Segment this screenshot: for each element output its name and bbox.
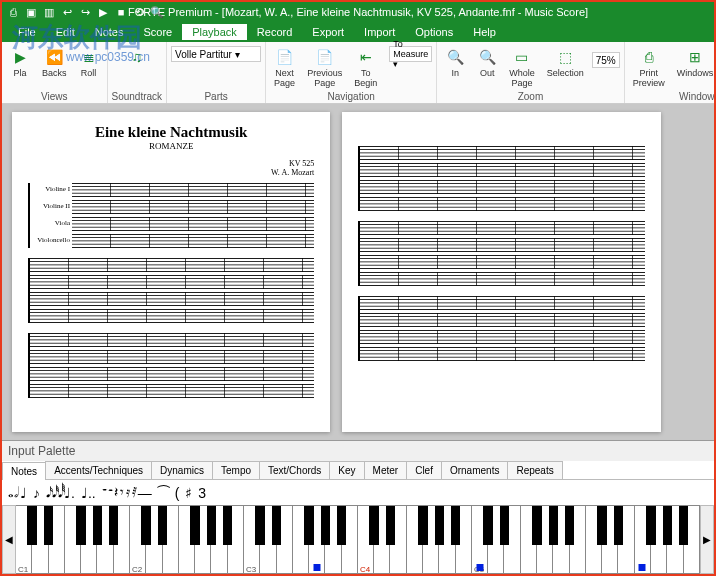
score-page-left[interactable]: Eine kleine Nachtmusik ROMANZE KV 525 W.… xyxy=(12,112,330,432)
note-glyph-19[interactable]: 3 xyxy=(198,485,206,501)
zoom-out[interactable]: 🔍Out xyxy=(473,46,501,81)
staff-system[interactable] xyxy=(358,221,644,286)
qat-icon-4[interactable]: ↪ xyxy=(78,5,92,19)
palette-tab-notes[interactable]: Notes xyxy=(2,462,46,480)
play-view[interactable]: ▶Pla xyxy=(6,46,34,81)
qat-icon-0[interactable]: ⎙ xyxy=(6,5,20,19)
black-key[interactable] xyxy=(109,506,119,545)
black-key[interactable] xyxy=(141,506,151,545)
black-key[interactable] xyxy=(679,506,689,545)
roll-view[interactable]: ≣Roll xyxy=(75,46,103,81)
staff[interactable]: Violine I xyxy=(72,183,314,197)
note-glyph-2[interactable]: ♩ xyxy=(20,485,27,501)
qat-icon-3[interactable]: ↩ xyxy=(60,5,74,19)
staff[interactable] xyxy=(30,384,314,398)
qat-icon-5[interactable]: ▶ xyxy=(96,5,110,19)
staff[interactable] xyxy=(360,330,644,344)
whole-page[interactable]: ▭WholePage xyxy=(505,46,539,91)
staff-system[interactable] xyxy=(28,333,314,398)
staff-system[interactable]: Violine IVioline IIViolaVioloncello xyxy=(28,183,314,248)
staff[interactable] xyxy=(360,255,644,269)
menu-record[interactable]: Record xyxy=(247,24,302,40)
qat-icon-1[interactable]: ▣ xyxy=(24,5,38,19)
black-key[interactable] xyxy=(255,506,265,545)
palette-tab-repeats[interactable]: Repeats xyxy=(507,461,562,479)
piano-scroll-right[interactable]: ▶ xyxy=(700,505,714,574)
note-glyph-7[interactable]: ♩. xyxy=(64,485,75,501)
black-key[interactable] xyxy=(272,506,282,545)
menu-export[interactable]: Export xyxy=(302,24,354,40)
staff[interactable] xyxy=(360,296,644,310)
staff[interactable] xyxy=(360,146,644,160)
black-key[interactable] xyxy=(369,506,379,545)
print-preview[interactable]: ⎙PrintPreview xyxy=(629,46,669,91)
menu-edit[interactable]: Edit xyxy=(46,24,85,40)
note-glyph-16[interactable]: ⁀ xyxy=(158,485,169,501)
staff[interactable] xyxy=(360,221,644,235)
staff[interactable]: Viola xyxy=(72,217,314,231)
staff[interactable] xyxy=(30,258,314,272)
staff-system[interactable] xyxy=(28,258,314,323)
black-key[interactable] xyxy=(500,506,510,545)
palette-tab-ornaments[interactable]: Ornaments xyxy=(441,461,508,479)
qat-icon-2[interactable]: ▥ xyxy=(42,5,56,19)
black-key[interactable] xyxy=(614,506,624,545)
staff[interactable] xyxy=(360,197,644,211)
staff[interactable] xyxy=(30,275,314,289)
staff[interactable] xyxy=(360,313,644,327)
black-key[interactable] xyxy=(337,506,347,545)
palette-tab-clef[interactable]: Clef xyxy=(406,461,442,479)
black-key[interactable] xyxy=(532,506,542,545)
black-key[interactable] xyxy=(321,506,331,545)
menu-file[interactable]: File xyxy=(8,24,46,40)
black-key[interactable] xyxy=(451,506,461,545)
black-key[interactable] xyxy=(435,506,445,545)
palette-tab-accents-techniques[interactable]: Accents/Techniques xyxy=(45,461,152,479)
soundtrack-btn[interactable]: ♫ xyxy=(123,46,151,71)
menu-import[interactable]: Import xyxy=(354,24,405,40)
black-key[interactable] xyxy=(27,506,37,545)
qat-icon-8[interactable]: 🔍 xyxy=(150,5,164,19)
black-key[interactable] xyxy=(158,506,168,545)
palette-tab-text-chords[interactable]: Text/Chords xyxy=(259,461,330,479)
next-page[interactable]: 📄NextPage xyxy=(270,46,299,91)
black-key[interactable] xyxy=(549,506,559,545)
to-begin[interactable]: ⇤ToBegin xyxy=(350,46,381,91)
staff[interactable] xyxy=(30,309,314,323)
staff[interactable] xyxy=(30,350,314,364)
black-key[interactable] xyxy=(304,506,314,545)
to-measure-dropdown[interactable]: To Measure ▾ xyxy=(389,46,432,62)
menu-help[interactable]: Help xyxy=(463,24,506,40)
staff[interactable]: Violoncello xyxy=(72,234,314,248)
menu-options[interactable]: Options xyxy=(405,24,463,40)
parts-dropdown[interactable]: Volle Partitur ▾ xyxy=(171,46,261,62)
zoom-in[interactable]: 🔍In xyxy=(441,46,469,81)
note-glyph-17[interactable]: ( xyxy=(175,485,180,501)
black-key[interactable] xyxy=(93,506,103,545)
staff[interactable] xyxy=(360,272,644,286)
menu-score[interactable]: Score xyxy=(133,24,182,40)
staff[interactable] xyxy=(360,238,644,252)
qat-icon-7[interactable]: ⟲ xyxy=(132,5,146,19)
backs-view[interactable]: ⏪Backs xyxy=(38,46,71,81)
black-key[interactable] xyxy=(418,506,428,545)
palette-tab-key[interactable]: Key xyxy=(329,461,364,479)
black-key[interactable] xyxy=(483,506,493,545)
score-page-right[interactable] xyxy=(342,112,660,432)
note-glyph-15[interactable]: — xyxy=(138,485,152,501)
menu-notes[interactable]: Notes xyxy=(85,24,134,40)
staff[interactable] xyxy=(360,163,644,177)
black-key[interactable] xyxy=(386,506,396,545)
palette-tab-meter[interactable]: Meter xyxy=(364,461,408,479)
palette-tab-dynamics[interactable]: Dynamics xyxy=(151,461,213,479)
note-glyph-3[interactable]: ♪ xyxy=(33,485,40,501)
piano-scroll-left[interactable]: ◀ xyxy=(2,505,16,574)
staff[interactable]: Violine II xyxy=(72,200,314,214)
qat-icon-6[interactable]: ■ xyxy=(114,5,128,19)
staff[interactable] xyxy=(30,333,314,347)
note-glyph-8[interactable]: ♩.. xyxy=(81,485,96,501)
staff[interactable] xyxy=(360,180,644,194)
black-key[interactable] xyxy=(190,506,200,545)
staff-system[interactable] xyxy=(358,146,644,211)
black-key[interactable] xyxy=(646,506,656,545)
